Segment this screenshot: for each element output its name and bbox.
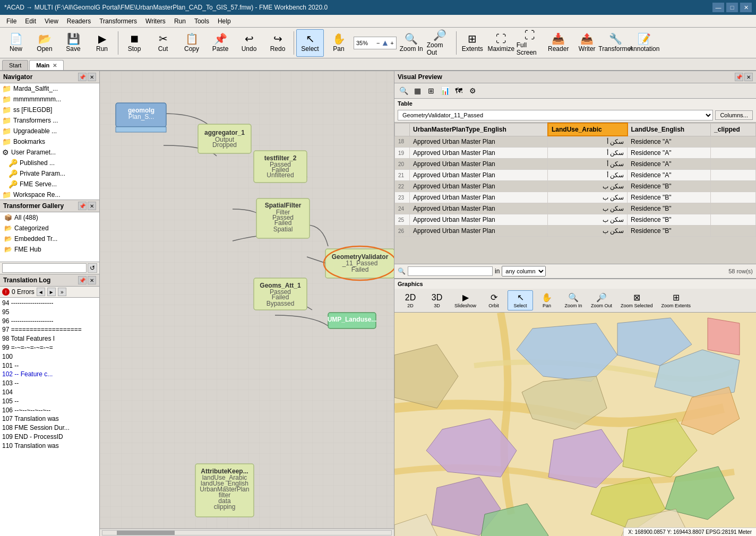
paste-toolbar-button[interactable]: 📌Paste	[207, 29, 234, 57]
navigator-item[interactable]: 📁ss [FILEGDB]	[0, 105, 99, 115]
zoom-increase-button[interactable]: +	[390, 40, 393, 46]
menu-item-run[interactable]: Run	[170, 16, 190, 26]
graphics-tool-zoomextents[interactable]: ⊞Zoom Extents	[658, 290, 695, 310]
transformer-gallery-item[interactable]: 📂FME Hub	[0, 244, 99, 255]
table-row[interactable]: 22 Approved Urban Master Plan سكن ب Resi…	[395, 181, 756, 192]
vp-pin-button[interactable]: 📌	[735, 73, 743, 81]
navigator-item[interactable]: 📁Bookmarks	[0, 136, 99, 147]
table-row[interactable]: 24 Approved Urban Master Plan سكن ب Resi…	[395, 203, 756, 214]
transformer-gallery-item[interactable]: 📂Categorized	[0, 223, 99, 234]
tl-prev-button[interactable]: ◄	[37, 288, 45, 296]
open-toolbar-button[interactable]: 📂Open	[31, 29, 58, 57]
columns-button[interactable]: Columns...	[715, 110, 753, 120]
transformer-gallery-item[interactable]: 📦All (488)	[0, 212, 99, 223]
vp-zoom-icon[interactable]: 🔍	[398, 85, 409, 97]
zoom-input[interactable]	[356, 40, 375, 46]
table-row[interactable]: 25 Approved Urban Master Plan سكن ب Resi…	[395, 214, 756, 226]
tg-close-button[interactable]: ✕	[88, 202, 96, 210]
tab-main[interactable]: Main✕	[29, 60, 64, 70]
minimize-button[interactable]: —	[712, 3, 724, 12]
vp-table-icon[interactable]: ▦	[411, 85, 423, 97]
navigator-item[interactable]: 📁Upgradeable ...	[0, 126, 99, 136]
table-row[interactable]: 26 Approved Urban Master Plan سكن ب Resi…	[395, 226, 756, 237]
graphics-tool-zoomselected[interactable]: ⊠Zoom Selected	[617, 290, 657, 310]
table-search-input[interactable]	[408, 266, 493, 276]
table-row[interactable]: 21 Approved Urban Master Plan سكن أ Resi…	[395, 170, 756, 181]
tl-next-button[interactable]: ►	[47, 288, 56, 296]
menu-item-file[interactable]: File	[2, 16, 21, 26]
navigator-item[interactable]: 🔑Private Param...	[0, 168, 99, 179]
close-button[interactable]: ✕	[740, 3, 752, 12]
writer-toolbar-button[interactable]: 📤Writer	[573, 29, 601, 57]
menu-item-edit[interactable]: Edit	[21, 16, 40, 26]
navigator-item[interactable]: 📁mmmmmmmm...	[0, 94, 99, 105]
navigator-close-button[interactable]: ✕	[88, 73, 96, 81]
col-header-2[interactable]: LandUse_Arabic	[548, 123, 628, 136]
tl-close-button[interactable]: ✕	[88, 276, 96, 284]
graphics-tool-zoomout[interactable]: 🔎Zoom Out	[587, 290, 616, 310]
menu-item-transformers[interactable]: Transformers	[95, 16, 141, 26]
navigator-item[interactable]: 📁Transformers ...	[0, 115, 99, 126]
graphics-tool-select[interactable]: ↖Select	[508, 290, 533, 310]
tl-pin-button[interactable]: 📌	[78, 276, 87, 284]
vp-close-button[interactable]: ✕	[744, 73, 753, 81]
transformer-toolbar-button[interactable]: 🔧Transformer	[602, 29, 630, 57]
canvas-horizontal-scrollbar[interactable]	[100, 529, 394, 536]
table-row[interactable]: 19 Approved Urban Master Plan سكن أ Resi…	[395, 148, 756, 159]
fullscreen-toolbar-button[interactable]: ⛶Full Screen	[516, 29, 544, 57]
tab-start[interactable]: Start	[2, 60, 28, 70]
graphics-tool-pan[interactable]: ✋Pan	[534, 290, 560, 310]
table-row[interactable]: 20 Approved Urban Master Plan سكن أ Resi…	[395, 159, 756, 170]
menu-item-readers[interactable]: Readers	[63, 16, 95, 26]
tl-more-button[interactable]: »	[58, 288, 66, 296]
zoomout-toolbar-button[interactable]: 🔎Zoom Out	[426, 29, 454, 57]
canvas-content[interactable]: geomolg Plan_S... aggregator_1 Output Dr…	[100, 71, 394, 529]
table-row[interactable]: 18 Approved Urban Master Plan سكن أ Resi…	[395, 136, 756, 148]
pan-toolbar-button[interactable]: ✋Pan	[325, 29, 353, 57]
col-header-3[interactable]: LandUse_English	[628, 123, 711, 136]
col-header-num[interactable]	[395, 123, 410, 136]
transformer-search-refresh[interactable]: ↺	[88, 263, 97, 273]
run-toolbar-button[interactable]: ▶Run	[88, 29, 116, 57]
maximize-button[interactable]: □	[726, 3, 738, 12]
vp-map-icon[interactable]: 🗺	[453, 85, 465, 97]
graphics-map[interactable]: X: 168900.0857 Y: 169443.8807 EPSG:28191…	[394, 313, 756, 536]
graphics-tool-slideshow[interactable]: ▶Slideshow	[451, 290, 480, 310]
search-column-selector[interactable]: any column	[502, 266, 546, 276]
menu-item-view[interactable]: View	[40, 16, 63, 26]
table-source-selector[interactable]: GeometryValidator_11_Passed	[398, 110, 713, 120]
extents-toolbar-button[interactable]: ⊞Extents	[459, 29, 486, 57]
maximize-toolbar-button[interactable]: ⛶Maximize	[487, 29, 515, 57]
tg-pin-button[interactable]: 📌	[78, 202, 87, 210]
navigator-item[interactable]: 🔑FME Serve...	[0, 179, 99, 189]
new-toolbar-button[interactable]: 📄New	[2, 29, 30, 57]
save-toolbar-button[interactable]: 💾Save	[59, 29, 87, 57]
vp-chart-icon[interactable]: 📊	[439, 85, 451, 97]
cut-toolbar-button[interactable]: ✂Cut	[149, 29, 177, 57]
annotation-toolbar-button[interactable]: 📝Annotation	[631, 29, 658, 57]
col-header-1[interactable]: UrbanMasterPlanType_English	[410, 123, 548, 136]
navigator-pin-button[interactable]: 📌	[78, 73, 87, 81]
undo-toolbar-button[interactable]: ↩Undo	[235, 29, 263, 57]
col-header-4[interactable]: _clipped	[711, 123, 756, 136]
zoom-level-control[interactable]: − ▲ +	[354, 37, 397, 49]
graphics-tool-zoomin[interactable]: 🔍Zoom In	[561, 290, 586, 310]
stop-toolbar-button[interactable]: ⏹Stop	[121, 29, 148, 57]
navigator-item[interactable]: 🔑Published ...	[0, 158, 99, 168]
redo-toolbar-button[interactable]: ↪Redo	[264, 29, 291, 57]
graphics-tool-3d[interactable]: 3D3D	[424, 291, 450, 310]
reader-toolbar-button[interactable]: 📥Reader	[545, 29, 572, 57]
table-row[interactable]: 23 Approved Urban Master Plan سكن ب Resi…	[395, 192, 756, 203]
vp-grid-icon[interactable]: ⊞	[425, 85, 437, 97]
menu-item-help[interactable]: Help	[213, 16, 235, 26]
data-table-wrapper[interactable]: UrbanMasterPlanType_English LandUse_Arab…	[394, 123, 756, 264]
select-toolbar-button[interactable]: ↖Select	[296, 29, 324, 57]
graphics-tool-2d[interactable]: 2D2D	[398, 291, 423, 310]
vp-settings-icon[interactable]: ⚙	[467, 85, 478, 97]
tab-close-main[interactable]: ✕	[53, 63, 57, 68]
menu-item-writers[interactable]: Writers	[141, 16, 170, 26]
zoom-decrease-button[interactable]: −	[376, 40, 380, 46]
zoomin-toolbar-button[interactable]: 🔍Zoom In	[398, 29, 425, 57]
transformer-gallery-item[interactable]: 📂Embedded Tr...	[0, 234, 99, 244]
copy-toolbar-button[interactable]: 📋Copy	[178, 29, 205, 57]
